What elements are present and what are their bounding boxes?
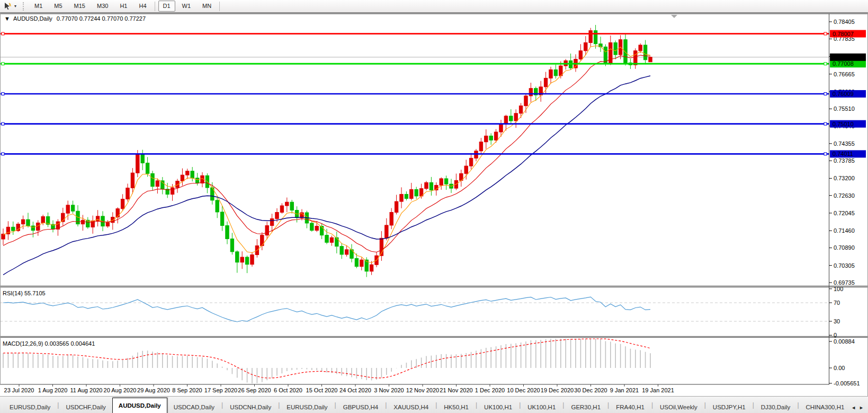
tab-usoil-weekly[interactable]: USOil,Weekly — [654, 400, 704, 413]
candle — [181, 175, 184, 181]
timeframe-button-m15[interactable]: M15 — [69, 1, 90, 12]
cursor-tool-dropdown-icon[interactable]: ▾ — [13, 4, 18, 8]
candle — [270, 218, 273, 225]
tab-xauusd-h4[interactable]: XAUUSD,H4 — [387, 400, 435, 413]
chart-collapse-icon[interactable]: ▼ — [4, 15, 10, 22]
candle — [151, 173, 154, 186]
candle — [469, 158, 472, 166]
timeframe-button-w1[interactable]: W1 — [177, 1, 196, 12]
candles-layer — [2, 25, 652, 277]
tab-uk100-h1[interactable]: UK100,H1 — [478, 400, 518, 413]
price-tick-label: 0.72630 — [834, 192, 855, 199]
rsi-tick-label: 100 — [834, 286, 843, 292]
candle — [275, 212, 279, 218]
candle — [236, 252, 239, 262]
candle — [335, 238, 338, 246]
hline-handle[interactable] — [824, 32, 827, 35]
hline-handle[interactable] — [824, 153, 827, 155]
tab-usdcad-daily[interactable]: USDCAD,Daily — [167, 400, 221, 413]
cursor-lightning-icon — [4, 2, 12, 10]
candle — [315, 226, 318, 231]
price-tick-label: 0.78405 — [834, 19, 855, 25]
price-tick-label: 0.71460 — [834, 227, 855, 234]
price-tick-label: 0.69735 — [834, 279, 855, 286]
candle — [509, 116, 513, 121]
date-label: 15 Oct 2020 — [306, 387, 338, 393]
hline-handle[interactable] — [824, 63, 827, 65]
tab-dj30-daily[interactable]: DJ30,Daily — [755, 400, 797, 413]
tab-usdcnh-daily[interactable]: USDCNH,Daily — [223, 400, 278, 413]
rsi-tick-label: 30 — [834, 318, 840, 324]
tab-uk100-h1[interactable]: UK100,H1 — [521, 400, 562, 413]
chart-canvas[interactable]: 0.784050.778350.772500.766650.760800.755… — [0, 13, 868, 396]
tab-china300-h1[interactable]: CHINA300,H1 — [800, 400, 849, 413]
timeframe-button-m30[interactable]: M30 — [92, 1, 113, 12]
tab-scroll-right-icon[interactable]: ► — [859, 405, 864, 410]
toolbar-grip-handle[interactable] — [23, 2, 26, 11]
candle — [494, 132, 497, 140]
candle — [643, 45, 647, 60]
candle — [106, 223, 109, 226]
tab-scroll-arrows: ◄ ► — [849, 405, 868, 413]
candle — [320, 226, 323, 235]
macd-tick-label: -0.005651 — [834, 380, 860, 386]
candle — [41, 216, 44, 223]
tab-gbpusd-h4[interactable]: GBPUSD,H4 — [337, 400, 384, 413]
tab-scroll-left-icon[interactable]: ◄ — [851, 405, 856, 410]
macd-indicator-label: MACD(12,26,9) 0.003565 0.004641 — [3, 340, 95, 347]
candle — [191, 171, 194, 178]
timeframe-button-m5[interactable]: M5 — [49, 1, 67, 12]
price-tick-label: 0.70305 — [834, 262, 855, 269]
candle — [554, 70, 557, 76]
candle — [440, 179, 443, 185]
candle — [230, 239, 234, 251]
hline-handle[interactable] — [2, 32, 4, 35]
candle — [444, 179, 448, 184]
date-label: 8 Sep 2020 — [172, 387, 202, 393]
candle — [485, 136, 488, 142]
macd-tick-label: 0.00884 — [834, 338, 855, 345]
date-label: 30 Dec 2020 — [574, 387, 607, 393]
hline-handle[interactable] — [824, 122, 827, 125]
tab-audusd-daily[interactable]: AUDUSD,Daily — [112, 398, 167, 413]
tab-eurusd-daily[interactable]: EURUSD,Daily — [280, 400, 334, 413]
hline-handle[interactable] — [2, 63, 4, 65]
candle — [240, 257, 244, 262]
timeframe-button-mn[interactable]: MN — [198, 1, 216, 12]
date-label: 6 Oct 2020 — [274, 387, 302, 393]
hline-price-tag: 0.78007 — [833, 31, 854, 37]
tab-ger30-h1[interactable]: GER30,H1 — [565, 400, 607, 413]
hline-handle[interactable] — [2, 122, 4, 125]
candle — [245, 257, 248, 265]
hline-handle[interactable] — [2, 92, 4, 95]
candle — [544, 78, 547, 86]
timeframe-button-h4[interactable]: H4 — [134, 1, 151, 12]
hline-handle[interactable] — [2, 153, 4, 155]
candle — [156, 181, 159, 187]
timeframe-button-h1[interactable]: H1 — [115, 1, 132, 12]
cursor-tool-button[interactable]: ▾ — [2, 2, 20, 11]
tab-eurusd-daily[interactable]: EURUSD,Daily — [3, 400, 57, 413]
timeframe-button-d1[interactable]: D1 — [158, 1, 175, 12]
tab-hk50-h1[interactable]: HK50,H1 — [437, 400, 475, 413]
candle — [579, 51, 582, 59]
tab-usdchf-daily[interactable]: USDCHF,Daily — [59, 400, 112, 413]
candle — [290, 202, 293, 210]
candle — [415, 189, 418, 196]
hline-handle[interactable] — [824, 92, 827, 95]
candle — [360, 260, 363, 266]
toolbar-separator — [219, 2, 220, 11]
candle — [280, 206, 283, 212]
tab-fra40-h1[interactable]: FRA40,H1 — [610, 400, 651, 413]
candle — [37, 223, 40, 230]
timeframe-button-m1[interactable]: M1 — [30, 1, 47, 12]
candle — [649, 57, 652, 62]
candle — [345, 250, 348, 254]
timeframe-button-group: M1M5M15M30H1H4D1W1MN — [29, 0, 222, 12]
price-tick-label: 0.72045 — [834, 210, 855, 216]
rsi-indicator-label: RSI(14) 55.7105 — [3, 290, 46, 296]
tab-usdjpy-h1[interactable]: USDJPY,H1 — [706, 400, 752, 413]
candle — [405, 194, 408, 198]
candle — [504, 116, 507, 124]
candle — [216, 200, 219, 212]
